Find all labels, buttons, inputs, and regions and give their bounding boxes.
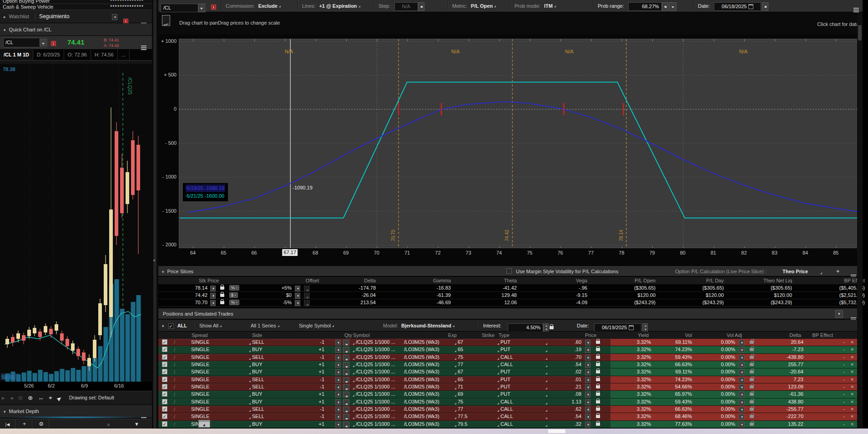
menu-icon[interactable]: [141, 45, 146, 50]
trade-row[interactable]: ✓/SINGLESELL-1/CLQ25 1/1000 .../LO3M25 (…: [158, 383, 863, 391]
remove-row-icon[interactable]: ×: [851, 384, 853, 389]
column-header[interactable]: P/L Day: [674, 278, 724, 283]
cell-type[interactable]: CALL: [500, 362, 513, 367]
trade-row[interactable]: ✓/SINGLEBUY+1/CLQ25 1/1000 .../LO3M25 (W…: [158, 361, 863, 368]
cell-type[interactable]: CALL: [500, 421, 513, 427]
row-checkbox[interactable]: ✓: [162, 406, 167, 412]
trade-row[interactable]: ✓/SINGLESELL-1/CLQ25 1/1000 .../LO3M25 (…: [158, 339, 863, 346]
cell-type[interactable]: PUT: [500, 377, 510, 382]
remove-row-icon[interactable]: ×: [851, 347, 853, 352]
cell-symbol[interactable]: /CLQ25 1/1000 ...: [356, 354, 401, 360]
cell-qty[interactable]: +1: [299, 362, 324, 367]
row-checkbox[interactable]: ✓: [162, 421, 167, 427]
add-icon[interactable]: +: [17, 419, 32, 429]
chart-link-icon[interactable]: /: [174, 347, 175, 352]
cell-symbol[interactable]: /CLQ25 1/1000 ...: [356, 377, 401, 382]
remove-row-icon[interactable]: ×: [851, 354, 853, 360]
drawing-set-label[interactable]: Drawing set: Default: [69, 395, 114, 400]
scroll-down-icon[interactable]: ▼: [134, 419, 139, 429]
trade-row[interactable]: ✓/SINGLESELL-1/CLQ25 1/1000 .../LO3M25 (…: [158, 354, 863, 361]
margin-volatility-label[interactable]: Use Margin Style Volatility for P/L Calc…: [516, 266, 618, 277]
remove-row-icon[interactable]: ×: [851, 391, 853, 397]
cell-vol-adj[interactable]: 0.00%: [701, 391, 735, 397]
cell-qty[interactable]: +1: [299, 347, 324, 352]
date-input[interactable]: 06/18/2025: [714, 2, 761, 11]
fit-width-icon[interactable]: ↔: [38, 392, 44, 404]
slice-unit-toggle[interactable]: % ›: [229, 300, 239, 305]
row-checkbox[interactable]: ✓: [162, 369, 167, 374]
row-checkbox[interactable]: ✓: [162, 354, 167, 360]
tab-open[interactable]: O: 72.96: [64, 50, 91, 60]
add-slice-icon[interactable]: +: [836, 266, 840, 277]
row-checkbox[interactable]: ✓: [162, 384, 167, 389]
cell-vol-adj[interactable]: 0.00%: [701, 369, 735, 374]
cell-spread[interactable]: SINGLE: [191, 347, 209, 352]
link-badge[interactable]: 1: [51, 40, 56, 46]
cell-qty[interactable]: +1: [299, 399, 324, 404]
column-header[interactable]: Stk Price: [182, 278, 219, 283]
cell-price[interactable]: .54: [547, 414, 581, 419]
chart-link-icon[interactable]: /: [174, 340, 175, 345]
link-badge[interactable]: 1: [211, 0, 216, 12]
metric-dropdown[interactable]: Metric: P/L Open: [452, 0, 497, 12]
quick-chart-canvas[interactable]: 78.3858.98/CLQ25: [0, 64, 152, 382]
tab-symbol-period[interactable]: /CL 1 M 1D: [0, 50, 33, 60]
filter-series[interactable]: All 1 Series: [251, 320, 280, 332]
collapse-panel-icon[interactable]: ◂: [153, 258, 155, 262]
cell-symbol[interactable]: /CLQ25 1/1000 ...: [356, 421, 401, 427]
column-header[interactable]: Spread: [192, 332, 237, 338]
all-checkbox[interactable]: ✓: [168, 323, 174, 329]
cell-type[interactable]: CALL: [500, 406, 513, 412]
lines-dropdown[interactable]: Lines: +1 @ Expiration: [302, 0, 361, 12]
cell-symbol[interactable]: /CLQ25 1/1000 ...: [356, 399, 401, 404]
cell-symbol[interactable]: /CLQ25 1/1000 ...: [356, 339, 401, 345]
cell-exp[interactable]: /LO3M25 (Wk3): [404, 406, 439, 412]
trade-row[interactable]: ✓/SINGLEBUY+1/CLQ25 1/1000 .../LO3M25 (W…: [158, 346, 863, 353]
cell-spread[interactable]: SINGLE: [191, 414, 209, 419]
watchlist-label[interactable]: Watchlist: [9, 14, 29, 19]
column-header[interactable]: Type: [499, 332, 521, 338]
column-header[interactable]: Exp: [429, 332, 457, 338]
cell-exp[interactable]: /LO3M25 (Wk3): [404, 347, 439, 352]
collapse-section-icon[interactable]: ▼: [835, 310, 843, 318]
cell-side[interactable]: BUY: [252, 369, 262, 374]
chart-link-icon[interactable]: /: [174, 369, 175, 375]
cell-spread[interactable]: SINGLE: [191, 377, 209, 382]
trade-row[interactable]: ✓/SINGLEBUY+1/CLQ25 1/1000 .../LO3M25 (W…: [158, 398, 863, 406]
cell-side[interactable]: BUY: [252, 391, 262, 397]
cell-exp[interactable]: /LO3M25 (Wk3): [404, 414, 439, 419]
remove-row-icon[interactable]: ×: [851, 414, 853, 419]
step-input[interactable]: N/A: [394, 2, 418, 11]
pos-date-input[interactable]: 06/19/2025: [594, 323, 641, 332]
chevron-down-icon[interactable]: ▾: [162, 270, 164, 274]
trade-row[interactable]: ✓/SINGLESELL-1/CLQ25 1/1000 .../LO3M25 (…: [158, 413, 863, 420]
cell-spread[interactable]: SINGLE: [191, 362, 209, 367]
cell-spread[interactable]: SINGLE: [191, 384, 209, 389]
column-header[interactable]: Side: [252, 332, 288, 338]
remove-row-icon[interactable]: ×: [851, 406, 853, 412]
cell-side[interactable]: BUY: [252, 347, 262, 352]
slice-offset[interactable]: +5%: [267, 285, 292, 291]
pan-left-icon[interactable]: ▸: [2, 392, 5, 404]
column-header[interactable]: Gamma: [401, 278, 451, 283]
cell-vol-adj[interactable]: 0.00%: [701, 377, 735, 382]
slice-unit-toggle[interactable]: % ›: [229, 285, 239, 291]
cell-symbol[interactable]: /CLQ25 1/1000 ...: [356, 369, 401, 374]
chevron-right-icon[interactable]: ▸: [4, 15, 6, 19]
scroll-anchor-button[interactable]: ▲: [198, 420, 210, 428]
cell-price[interactable]: .08: [547, 391, 581, 397]
row-checkbox[interactable]: ✓: [162, 377, 167, 382]
column-header[interactable]: Vol Adj: [708, 332, 742, 338]
cell-strike[interactable]: 77: [458, 362, 463, 367]
prob-range-input[interactable]: 68.27%: [628, 2, 662, 11]
zoom-out-icon[interactable]: ⊖: [18, 392, 23, 404]
cell-price[interactable]: .70: [547, 354, 581, 360]
cell-side[interactable]: SELL: [252, 339, 264, 345]
column-header[interactable]: Theo Net Liq: [731, 278, 792, 283]
cell-type[interactable]: CALL: [500, 414, 513, 419]
divider-grip[interactable]: [153, 0, 156, 429]
scrollbar-thumb[interactable]: [858, 25, 862, 41]
zoom-in-icon[interactable]: ⊕: [28, 392, 33, 404]
prob-mode-dropdown[interactable]: Prob mode: ITM: [515, 0, 557, 12]
chevron-down-icon[interactable]: [198, 4, 205, 12]
